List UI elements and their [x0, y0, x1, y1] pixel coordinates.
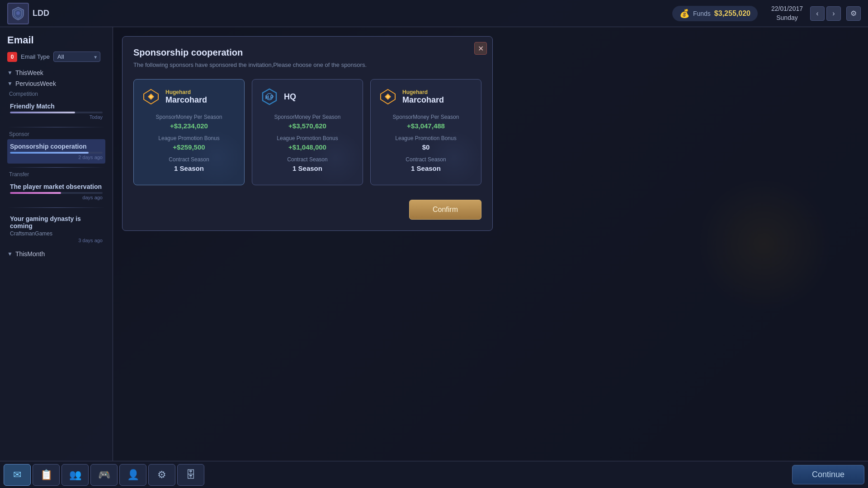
divider-1	[7, 127, 105, 127]
nav-game-button[interactable]: 🎮	[90, 464, 118, 486]
team-nav-icon: 👥	[69, 469, 81, 481]
nav-tools-button[interactable]: ⚙	[148, 464, 175, 486]
transfer-date: days ago	[10, 195, 103, 200]
svg-point-0	[16, 11, 20, 15]
sponsor-2-contract-value: 1 Season	[259, 164, 355, 172]
pervious-week-section: ▼ PerviousWeek Competition Friendly Matc…	[7, 80, 105, 247]
date: 22/01/2017	[771, 5, 803, 14]
nav-schedule-button[interactable]: 📋	[33, 464, 60, 486]
email-panel-title: Email	[7, 34, 105, 46]
transfer-progress	[10, 192, 103, 194]
sponsor-2-money-label: SponsorMoney Per Season	[259, 114, 355, 120]
sponsor-3-bonus-value: $0	[378, 143, 474, 151]
schedule-nav-icon: 📋	[40, 469, 52, 481]
sponsor-3-name-area: Hugehard Marcohard	[402, 89, 444, 105]
this-month-section: ▼ ThisMonth	[7, 250, 105, 258]
sponsorship-modal: ✕ Sponsorship cooperation The following …	[122, 36, 493, 231]
this-month-label: ThisMonth	[15, 250, 45, 258]
this-week-arrow: ▼	[7, 70, 13, 76]
modal-title: Sponsorship cooperation	[133, 47, 481, 58]
sponsor-3-contract-label: Contract Season	[378, 156, 474, 163]
prev-button[interactable]: ‹	[810, 6, 825, 21]
email-item-gaming[interactable]: Your gaming dynasty is coming CraftsmanG…	[7, 211, 105, 247]
unread-badge: 0	[7, 52, 17, 62]
email-item-sponsor[interactable]: Sponsorship cooperation 2 days ago	[7, 139, 105, 164]
sponsor-1-contract-value: 1 Season	[141, 164, 237, 172]
nav-team-button[interactable]: 👥	[61, 464, 89, 486]
topbar: LDD 💰 Funds $3,255,020 22/01/2017 Sunday…	[0, 0, 868, 27]
competition-subject: Friendly Match	[10, 103, 103, 110]
sponsor-3-name: Marcohard	[402, 95, 444, 105]
gaming-subject: Your gaming dynasty is coming	[10, 215, 103, 230]
sponsor-2-logo: H.P	[259, 87, 279, 107]
sponsor-1-money-label: SponsorMoney Per Season	[141, 114, 237, 120]
sponsor-subject: Sponsorship cooperation	[10, 143, 103, 150]
funds-label: Funds	[693, 10, 711, 17]
sponsor-2-money-value: +$3,570,620	[259, 122, 355, 130]
this-week-header[interactable]: ▼ ThisWeek	[7, 69, 105, 76]
this-week-label: ThisWeek	[15, 69, 43, 76]
nav-arrows: ‹ ›	[810, 6, 841, 21]
sponsor-1-money-value: +$3,234,020	[141, 122, 237, 130]
sponsor-card-1-header: Hugehard Marcohard	[141, 87, 237, 107]
competition-category-label: Competition	[7, 91, 105, 97]
sponsor-card-3[interactable]: Hugehard Marcohard SponsorMoney Per Seas…	[370, 79, 481, 185]
gaming-preview: CraftsmanGames	[10, 230, 103, 237]
close-icon: ✕	[478, 44, 484, 53]
sponsor-2-bonus-label: League Promotion Bonus	[259, 135, 355, 141]
this-month-arrow: ▼	[7, 251, 13, 257]
email-type-row: 0 Email Type All Competition Sponsor Tra…	[7, 52, 105, 62]
next-button[interactable]: ›	[826, 6, 841, 21]
tools-nav-icon: ⚙	[157, 469, 166, 481]
nav-email-button[interactable]: ✉	[4, 464, 31, 486]
nav-player-button[interactable]: 👤	[119, 464, 146, 486]
sponsor-date: 2 days ago	[10, 155, 103, 160]
sponsor-cards-container: Hugehard Marcohard SponsorMoney Per Seas…	[133, 79, 481, 185]
pervious-week-header[interactable]: ▼ PerviousWeek	[7, 80, 105, 87]
svg-text:H.P: H.P	[265, 94, 274, 100]
email-type-filter[interactable]: All Competition Sponsor Transfer	[53, 52, 100, 62]
sponsor-3-money-value: +$3,047,488	[378, 122, 474, 130]
settings-button[interactable]: ⚙	[846, 6, 861, 21]
main-area: Email 0 Email Type All Competition Spons…	[0, 27, 868, 461]
sponsor-category-label: Sponsor	[7, 131, 105, 137]
sponsor-progress	[10, 152, 103, 154]
sponsor-2-contract-label: Contract Season	[259, 156, 355, 163]
sponsor-3-money-label: SponsorMoney Per Season	[378, 114, 474, 120]
team-name: LDD	[33, 9, 49, 18]
funds-area: 💰 Funds $3,255,020	[672, 6, 758, 21]
divider-3	[7, 207, 105, 208]
sponsor-3-logo	[378, 87, 398, 107]
date-area: 22/01/2017 Sunday	[771, 5, 803, 22]
transfer-subject: The player market observation	[10, 183, 103, 190]
game-nav-icon: 🎮	[98, 469, 110, 481]
sponsor-1-logo	[141, 87, 161, 107]
nav-database-button[interactable]: 🗄	[177, 464, 204, 486]
confirm-button[interactable]: Confirm	[409, 200, 481, 220]
sponsor-2-bonus-value: +$1,048,000	[259, 143, 355, 151]
funds-value: $3,255,020	[714, 9, 750, 18]
divider-2	[7, 167, 105, 168]
sponsor-card-3-header: Hugehard Marcohard	[378, 87, 474, 107]
sponsor-3-brand: Hugehard	[402, 89, 444, 95]
transfer-category-label: Transfer	[7, 171, 105, 178]
competition-progress	[10, 112, 103, 113]
modal-close-button[interactable]: ✕	[474, 42, 487, 55]
email-type-select[interactable]: All Competition Sponsor Transfer	[53, 52, 100, 62]
sponsor-card-2[interactable]: H.P HQ SponsorMoney Per Season +$3,570,6…	[252, 79, 363, 185]
email-sidebar: Email 0 Email Type All Competition Spons…	[0, 27, 113, 461]
sponsor-1-name-area: Hugehard Marcohard	[165, 89, 207, 105]
email-item-competition[interactable]: Friendly Match Today	[7, 99, 105, 123]
pervious-week-label: PerviousWeek	[15, 80, 56, 87]
bottombar: ✉ 📋 👥 🎮 👤 ⚙ 🗄 Continue	[0, 461, 868, 488]
gaming-date: 3 days ago	[10, 238, 103, 243]
email-type-label: Email Type	[21, 53, 50, 60]
continue-button[interactable]: Continue	[792, 465, 864, 484]
sponsor-1-brand: Hugehard	[165, 89, 207, 95]
modal-overlay: ✕ Sponsorship cooperation The following …	[113, 27, 868, 461]
player-nav-icon: 👤	[127, 469, 139, 481]
sponsor-card-1[interactable]: Hugehard Marcohard SponsorMoney Per Seas…	[133, 79, 245, 185]
this-month-header[interactable]: ▼ ThisMonth	[7, 250, 105, 258]
sponsor-1-bonus-value: +$259,500	[141, 143, 237, 151]
email-item-transfer[interactable]: The player market observation days ago	[7, 179, 105, 204]
